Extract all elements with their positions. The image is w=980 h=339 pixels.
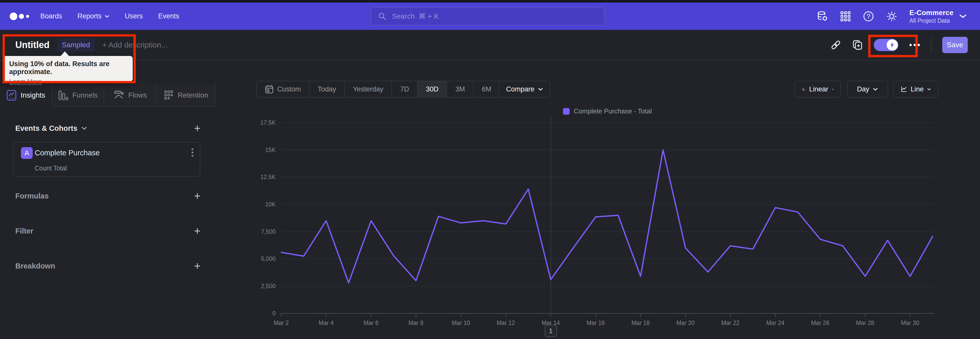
x-axis-tick-label: Mar 4 [319,320,334,326]
search-icon [378,12,387,21]
range-30d[interactable]: 30D [418,81,447,97]
filter-label: Filter [15,227,33,235]
tab-funnels[interactable]: Funnels [52,84,104,107]
granularity-dropdown[interactable]: Day [847,81,888,98]
nav-item-label: Events [158,12,180,20]
event-card[interactable]: A Complete Purchase Count Total [13,142,200,177]
save-button[interactable]: Save [942,37,968,53]
range-3m[interactable]: 3M [447,81,474,97]
range-label: Yesterday [353,85,383,93]
granularity-label: Day [857,85,869,93]
events-cohorts-title[interactable]: Events & Cohorts [15,124,87,133]
y-axis-tick-label: 10K [265,201,276,208]
tab-flows[interactable]: Flows [104,84,157,107]
y-axis-tick-label: 2,500 [261,283,275,289]
chevron-down-icon [927,88,931,91]
add-filter-button[interactable]: + [194,226,200,236]
range-label: Custom [277,85,301,93]
tab-retention[interactable]: Retention [157,84,216,107]
sampling-toggle[interactable] [874,39,898,51]
scale-dropdown[interactable]: Linear [795,81,841,98]
nav-item-boards[interactable]: Boards [33,12,70,20]
add-breakdown-button[interactable]: + [194,261,200,271]
range-label: 7D [400,85,409,93]
range-label: 3M [455,85,465,93]
event-name[interactable]: Complete Purchase [35,149,100,157]
project-scope: All Project Data [909,17,953,24]
x-axis-tick-label: Mar 28 [856,320,874,326]
calendar-icon [265,85,274,94]
add-event-button[interactable]: + [194,123,200,133]
nav-item-events[interactable]: Events [151,12,187,20]
breakdown-section: Breakdown + [15,260,200,272]
chevron-down-icon [873,88,878,91]
y-axis-tick-label: 5,000 [261,256,275,262]
copy-link-icon[interactable] [830,40,841,50]
insights-icon [6,90,17,101]
y-axis-tick-label: 0 [272,310,275,317]
y-axis-tick-label: 7,500 [261,229,275,235]
line-chart[interactable]: 02,5005,0007,50010K12.5K15K17.5KMar 2Mar… [255,112,950,339]
x-axis-tick-label: Mar 24 [766,320,784,326]
scale-label: Linear [809,85,828,93]
tab-insights[interactable]: Insights [0,84,52,107]
events-cohorts-label: Events & Cohorts [15,124,77,133]
svg-text:?: ? [867,13,870,20]
app-window: BoardsReportsUsersEvents ? E-Commerc [0,0,980,339]
x-axis-tick-label: Mar 10 [452,320,470,326]
report-type-tabs: Insights Funnels Flows Retention [0,84,216,107]
project-name: E-Commerce [909,8,953,17]
range-custom[interactable]: Custom [257,81,310,97]
event-kebab-icon[interactable] [191,147,194,158]
range-today[interactable]: Today [310,81,345,97]
filter-section: Filter + [15,225,200,237]
tab-label: Insights [21,91,45,99]
range-label: 30D [426,85,439,93]
chevron-down-icon [105,15,110,18]
header-divider [931,38,932,52]
mixpanel-logo-icon[interactable] [9,11,30,21]
nav-item-reports[interactable]: Reports [70,12,118,20]
tab-label: Flows [128,91,147,99]
tab-label: Retention [178,91,208,99]
x-axis-tick-label: Mar 18 [632,320,650,326]
x-axis-tick-label: Mar 30 [901,320,919,326]
chart-type-dropdown[interactable]: Line [893,81,938,98]
y-axis-tick-label: 17.5K [260,119,276,126]
linear-scale-icon [802,85,805,94]
range-yesterday[interactable]: Yesterday [345,81,392,97]
search-bar[interactable] [371,7,605,26]
search-input[interactable] [391,12,598,21]
add-formula-button[interactable]: + [194,191,200,201]
settings-gear-icon[interactable] [886,10,897,22]
x-axis-tick-label: Mar 2 [274,320,289,326]
sampled-badge[interactable]: Sampled [57,38,95,51]
add-description[interactable]: + Add description... [102,41,168,49]
formulas-label: Formulas [15,192,49,200]
more-options-icon[interactable] [909,43,920,46]
report-title[interactable]: Untitled [15,40,49,50]
event-metric[interactable]: Count Total [35,165,67,172]
nav-right-cluster: ? E-Commerce All Project Data [816,3,967,30]
range-label: Today [318,85,336,93]
lightning-icon [886,39,898,51]
nav-item-label: Users [125,12,143,20]
nav-item-label: Reports [78,12,102,20]
report-header: Untitled Sampled + Add description... Sa… [0,30,980,61]
apps-grid-icon[interactable] [840,11,851,22]
annotation-marker-label: 1 [549,327,552,335]
compare-button[interactable]: Compare [499,81,550,98]
help-icon[interactable]: ? [863,11,874,22]
x-axis-tick-label: Mar 26 [811,320,829,326]
nav-item-users[interactable]: Users [117,12,151,20]
tooltip-arrow [60,51,69,56]
range-7d[interactable]: 7D [392,81,418,97]
range-6m[interactable]: 6M [474,81,500,97]
duplicate-icon[interactable] [852,39,863,51]
x-axis-tick-label: Mar 12 [496,320,515,326]
learn-more-link[interactable]: Learn More [9,78,42,85]
data-management-icon[interactable] [816,10,828,22]
chevron-down-icon [538,88,543,91]
project-selector[interactable]: E-Commerce All Project Data [909,8,967,24]
series-line [281,150,932,283]
